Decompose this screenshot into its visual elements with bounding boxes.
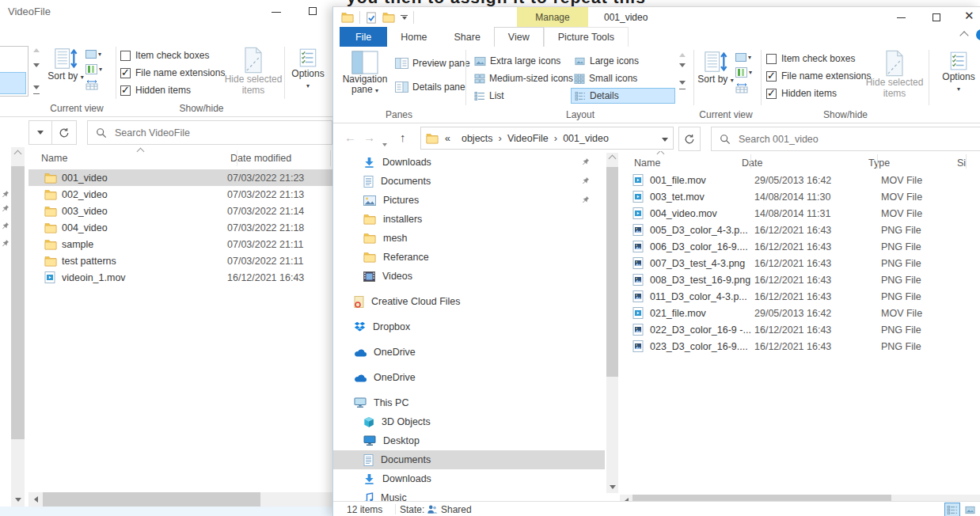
file-row[interactable]: 004_video.mov 14/08/2014 11:31 MOV File xyxy=(620,205,980,222)
gallery-expand-icon[interactable] xyxy=(33,78,40,94)
item-check-boxes-option[interactable]: Item check boxes xyxy=(766,52,871,65)
nav-item[interactable]: Documents xyxy=(333,450,605,469)
nav-item[interactable]: installers xyxy=(333,210,605,229)
scroll-left-button[interactable] xyxy=(28,492,43,507)
nav-item[interactable]: mesh xyxy=(333,229,605,248)
nav-item[interactable]: This PC xyxy=(333,393,605,412)
file-row[interactable]: 007_D3_test_4-3.png 16/12/2021 16:43 PNG… xyxy=(620,255,980,271)
file-row[interactable]: 003_tet.mov 14/08/2014 11:30 MOV File xyxy=(620,188,980,205)
column-header-date[interactable]: Date xyxy=(742,157,868,169)
scroll-up-button[interactable] xyxy=(606,153,618,165)
nav-item[interactable]: OneDrive xyxy=(333,343,605,362)
file-row[interactable]: sample 07/03/2022 21:11 xyxy=(28,236,332,252)
scrollbar-thumb[interactable] xyxy=(606,167,618,377)
breadcrumb-segment[interactable]: objects xyxy=(462,133,493,144)
thumbnail-view-toggle[interactable] xyxy=(962,503,978,516)
checkbox[interactable] xyxy=(766,89,777,99)
horizontal-scrollbar[interactable] xyxy=(28,492,332,507)
hide-selected-items-button[interactable]: Hide selecteditems xyxy=(224,47,283,96)
vertical-scrollbar[interactable] xyxy=(606,153,618,501)
layout-gallery-selected-item[interactable] xyxy=(0,72,26,94)
file-row[interactable]: 021_file.mov 29/05/2013 16:42 MOV File xyxy=(620,305,980,321)
item-check-boxes-option[interactable]: Item check boxes xyxy=(120,49,225,62)
qat-customize-button[interactable] xyxy=(401,15,408,20)
file-row[interactable]: 022_D3_color_16-9 -... 16/12/2021 16:43 … xyxy=(620,321,980,338)
add-columns-button[interactable]: ▾ xyxy=(85,63,102,75)
breadcrumb-prefix[interactable]: « xyxy=(445,133,450,144)
search-input[interactable] xyxy=(739,134,972,145)
nav-item[interactable]: Creative Cloud Files xyxy=(333,292,605,311)
file-row[interactable]: 008_D3_test_16-9.png 16/12/2021 16:43 PN… xyxy=(620,271,980,288)
nav-item[interactable]: Videos xyxy=(333,267,605,286)
hidden-items-option[interactable]: Hidden items xyxy=(120,84,225,97)
search-input[interactable] xyxy=(115,127,324,138)
column-header-type[interactable]: Type xyxy=(868,157,957,169)
view-small-icons[interactable]: Small icons xyxy=(571,70,640,86)
column-header-name[interactable]: Name xyxy=(28,153,230,164)
folder-icon[interactable] xyxy=(341,12,354,23)
contextual-tab-manage[interactable]: Manage xyxy=(517,7,588,27)
scroll-up-button[interactable] xyxy=(11,147,25,161)
navigation-pane-button[interactable]: Navigation pane ▾ xyxy=(340,51,390,95)
checkbox[interactable] xyxy=(766,71,777,82)
checkbox[interactable] xyxy=(120,85,131,96)
address-dropdown-button[interactable] xyxy=(28,120,52,145)
tab-home[interactable]: Home xyxy=(387,27,440,47)
refresh-button[interactable] xyxy=(51,120,77,145)
checked-document-icon[interactable] xyxy=(366,12,377,24)
refresh-button[interactable] xyxy=(678,127,701,151)
tab-view[interactable]: View xyxy=(494,27,544,47)
address-dropdown-button[interactable] xyxy=(662,133,668,144)
up-button[interactable]: ↑ xyxy=(400,127,406,149)
nav-item[interactable]: Dropbox xyxy=(333,317,605,336)
search-box[interactable] xyxy=(711,127,980,151)
file-row[interactable]: 005_D3_color_4-3.p... 16/12/2021 16:43 P… xyxy=(620,222,980,238)
file-row[interactable]: 006_D3_color_16-9.... 16/12/2021 16:43 P… xyxy=(620,238,980,255)
file-row[interactable]: 001_file.mov 29/05/2013 16:42 MOV File xyxy=(620,172,980,188)
file-row[interactable]: test patterns 07/03/2022 21:11 xyxy=(28,252,332,269)
view-medium-icons[interactable]: Medium-sized icons xyxy=(471,70,576,86)
scroll-left-button[interactable] xyxy=(620,495,632,501)
column-header-date-modified[interactable]: Date modified xyxy=(230,153,291,164)
maximize-button[interactable] xyxy=(933,13,940,21)
vertical-scrollbar[interactable] xyxy=(11,147,25,492)
add-columns-button[interactable]: ▾ xyxy=(735,66,752,78)
scroll-down-button[interactable] xyxy=(606,481,618,493)
address-bar[interactable]: « objects › VideoFile › 001_video xyxy=(420,127,674,150)
file-name-extensions-option[interactable]: File name extensions xyxy=(120,66,225,79)
nav-item[interactable]: Documents xyxy=(333,172,605,191)
hidden-items-option[interactable]: Hidden items xyxy=(766,87,871,100)
minimize-button[interactable] xyxy=(897,17,906,18)
tab-share[interactable]: Share xyxy=(441,27,494,47)
size-columns-button[interactable] xyxy=(735,82,752,93)
search-box[interactable] xyxy=(87,120,332,145)
checkbox[interactable] xyxy=(766,54,777,64)
gallery-up-icon[interactable] xyxy=(33,48,40,52)
back-button[interactable]: ← xyxy=(344,127,356,149)
sort-by-button[interactable]: Sort by ▾ xyxy=(697,50,734,85)
breadcrumb-segment[interactable]: VideoFile xyxy=(507,133,549,144)
details-view-toggle[interactable] xyxy=(944,503,960,516)
file-row[interactable]: 004_video 07/03/2022 21:18 xyxy=(28,219,332,236)
recent-locations-button[interactable] xyxy=(382,135,387,150)
checkbox[interactable] xyxy=(120,68,131,78)
file-row[interactable]: videoin_1.mov 16/12/2021 16:43 xyxy=(28,269,332,286)
file-row[interactable]: 011_D3_color_4-3.p... 16/12/2021 16:43 P… xyxy=(620,288,980,305)
column-header-name[interactable]: Name xyxy=(620,157,742,169)
gallery-scroll-arrows[interactable] xyxy=(30,46,42,97)
options-button[interactable]: Options▾ xyxy=(938,51,979,93)
sort-by-button[interactable]: Sort by ▾ xyxy=(46,47,85,82)
size-columns-button[interactable] xyxy=(85,78,102,90)
nav-item[interactable]: Downloads xyxy=(333,469,605,488)
details-pane-button[interactable]: Details pane xyxy=(395,82,465,93)
group-by-button[interactable]: ▾ xyxy=(85,48,102,60)
nav-item[interactable]: Pictures xyxy=(333,191,605,210)
checkbox[interactable] xyxy=(120,51,131,61)
gallery-down-icon[interactable] xyxy=(33,63,40,67)
scroll-down-button[interactable] xyxy=(11,492,25,507)
breadcrumb-segment[interactable]: 001_video xyxy=(563,133,609,144)
view-list[interactable]: List xyxy=(471,88,507,104)
nav-item[interactable]: Downloads xyxy=(333,153,605,172)
options-button[interactable]: Options▾ xyxy=(287,47,329,90)
tab-file[interactable]: File xyxy=(340,27,387,47)
